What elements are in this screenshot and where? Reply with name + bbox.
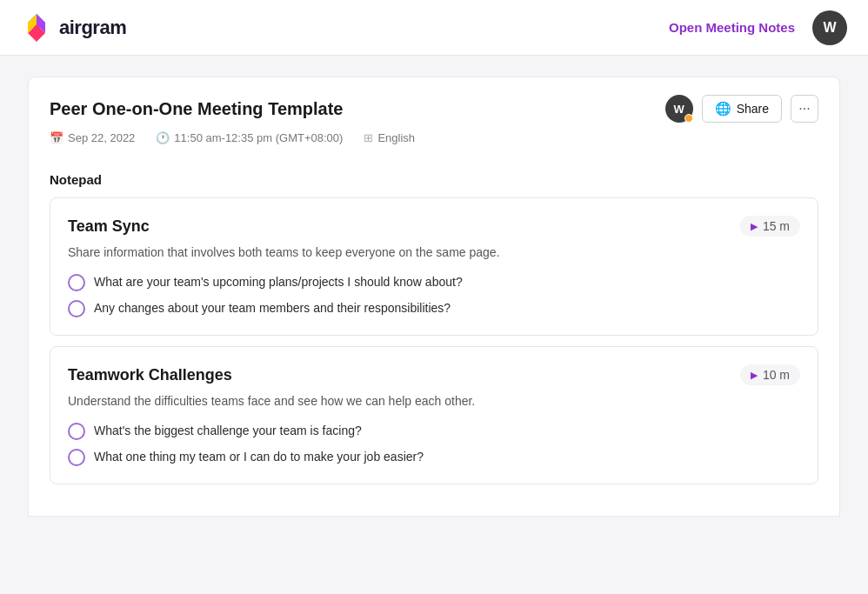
meta-time-text: 11:50 am-12:35 pm (GMT+08:00) — [174, 131, 343, 144]
user-avatar[interactable]: W — [812, 10, 847, 45]
agenda-description: Understand the difficulties teams face a… — [68, 392, 800, 410]
checkbox-circle[interactable] — [68, 423, 85, 440]
agenda-timer[interactable]: ▶ 10 m — [740, 364, 800, 385]
meta-language-text: English — [377, 131, 415, 144]
checkbox-circle[interactable] — [68, 449, 85, 466]
app-header: airgram Open Meeting Notes W — [0, 0, 868, 56]
agenda-card: Team Sync▶ 15 mShare information that in… — [50, 197, 818, 336]
meta-date-text: Sep 22, 2022 — [68, 131, 135, 144]
checkbox-circle[interactable] — [68, 300, 85, 317]
clock-icon: 🕐 — [156, 131, 170, 144]
agenda-description: Share information that involves both tea… — [68, 244, 800, 262]
logo-diamond-icon — [21, 12, 52, 43]
doc-actions: W 🌐 Share ··· — [665, 95, 818, 123]
doc-title-row: Peer One-on-One Meeting Template W 🌐 Sha… — [50, 95, 818, 123]
meta-time: 🕐 11:50 am-12:35 pm (GMT+08:00) — [156, 131, 343, 144]
document-title: Peer One-on-One Meeting Template — [50, 99, 343, 119]
agenda-title: Team Sync — [68, 217, 150, 236]
notepad-section: Notepad Team Sync▶ 15 mShare information… — [28, 158, 840, 517]
agenda-duration: 10 m — [763, 368, 790, 382]
play-icon: ▶ — [751, 221, 758, 232]
meta-date: 📅 Sep 22, 2022 — [50, 131, 135, 144]
agenda-timer[interactable]: ▶ 15 m — [740, 216, 800, 237]
agenda-item-text: Any changes about your team members and … — [94, 300, 451, 317]
globe-icon: 🌐 — [715, 101, 731, 117]
agenda-item: What's the biggest challenge your team i… — [68, 423, 800, 440]
agenda-card-header: Teamwork Challenges▶ 10 m — [68, 364, 800, 385]
agenda-card-header: Team Sync▶ 15 m — [68, 216, 800, 237]
header-right: Open Meeting Notes W — [669, 10, 847, 45]
doc-user-avatar: W — [665, 95, 693, 123]
document-header: Peer One-on-One Meeting Template W 🌐 Sha… — [28, 77, 840, 158]
notepad-label: Notepad — [50, 158, 818, 197]
agenda-item: Any changes about your team members and … — [68, 300, 800, 317]
meta-language: ⊞ English — [364, 131, 415, 144]
logo-text: airgram — [59, 17, 126, 39]
main-content: Peer One-on-One Meeting Template W 🌐 Sha… — [0, 56, 868, 537]
more-options-button[interactable]: ··· — [791, 95, 818, 123]
language-icon: ⊞ — [364, 131, 373, 144]
document-meta: 📅 Sep 22, 2022 🕐 11:50 am-12:35 pm (GMT+… — [50, 131, 818, 158]
open-meeting-notes-link[interactable]: Open Meeting Notes — [669, 20, 795, 35]
calendar-icon: 📅 — [50, 131, 63, 144]
logo: airgram — [21, 12, 126, 43]
agenda-item: What one thing my team or I can do to ma… — [68, 449, 800, 466]
checkbox-circle[interactable] — [68, 274, 85, 291]
agenda-item-text: What one thing my team or I can do to ma… — [94, 449, 424, 466]
agenda-item-text: What are your team's upcoming plans/proj… — [94, 274, 463, 291]
agenda-title: Teamwork Challenges — [68, 366, 232, 384]
agenda-item: What are your team's upcoming plans/proj… — [68, 274, 800, 291]
agenda-duration: 15 m — [763, 219, 790, 233]
share-label: Share — [737, 102, 769, 116]
agenda-container: Team Sync▶ 15 mShare information that in… — [50, 197, 818, 484]
agenda-card: Teamwork Challenges▶ 10 mUnderstand the … — [50, 346, 818, 484]
share-button[interactable]: 🌐 Share — [702, 95, 782, 123]
agenda-item-text: What's the biggest challenge your team i… — [94, 423, 362, 440]
play-icon: ▶ — [751, 370, 758, 381]
